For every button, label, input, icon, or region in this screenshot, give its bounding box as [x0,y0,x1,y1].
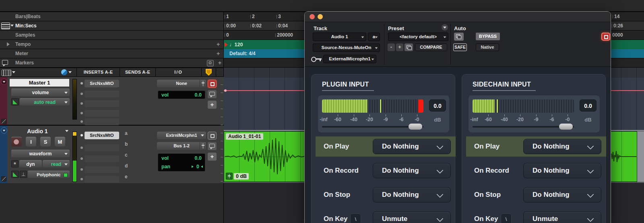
clip-effects-icon[interactable] [1,119,6,124]
sends-column-header[interactable]: SENDS A-E [120,68,155,76]
add-marker-button[interactable]: + [218,58,221,67]
on-stop-select[interactable]: Do Nothing [523,187,601,202]
chevron-down-icon[interactable] [12,71,15,73]
expand-arrow-icon[interactable] [7,42,10,46]
input-monitor-button[interactable]: I [26,137,36,147]
io-column-header[interactable]: I/O [156,68,201,76]
chevron-down-icon[interactable] [10,25,14,27]
keyboard-focus-icon[interactable] [206,69,212,76]
add-meter-event-button[interactable]: + [217,49,220,58]
keyboard-focus-cell[interactable] [202,68,216,76]
on-key-select[interactable]: Unmute [373,211,451,223]
gain-value-box[interactable]: 0.0 [580,99,597,112]
slider-handle[interactable] [409,124,422,130]
insert-slot[interactable] [85,91,119,97]
automation-enable-button[interactable] [454,33,464,41]
insert-slot[interactable] [85,176,119,183]
insert-slot[interactable] [85,166,119,173]
on-play-select[interactable]: Do Nothing [373,139,451,154]
clip-gain-badge[interactable]: 0 dB [226,173,249,180]
master-volume-display[interactable]: vol 0.0 [158,91,205,99]
audio-automation-mode-selector[interactable]: read [43,160,70,167]
previous-preset-button[interactable]: - [388,43,395,51]
on-stop-select[interactable]: Do Nothing [373,187,451,202]
ruler-bars-header[interactable]: Bars|Beats [0,12,224,21]
insert-slot-dot[interactable] [80,112,83,114]
ruler-label[interactable]: Samples [15,31,35,39]
on-play-select[interactable]: Do Nothing [523,139,601,154]
on-record-select[interactable]: Do Nothing [373,163,451,178]
clip-effects-icon[interactable] [1,176,6,182]
clip-gain-fader-icon[interactable] [226,173,233,180]
markers-list-icon[interactable] [2,60,8,65]
output-window-icon[interactable] [200,80,206,87]
master-comments-button[interactable] [208,90,217,98]
automation-enable-icon[interactable] [11,98,19,105]
output-window-icon[interactable] [200,142,206,150]
insert-position-selector[interactable]: a [368,33,380,41]
ruler-label[interactable]: Bars|Beats [15,12,41,21]
insert-slot[interactable] [85,110,119,117]
insert-slot-dot[interactable] [80,168,83,171]
plugin-format-button[interactable]: Native [476,43,499,51]
send-slot[interactable]: d [125,163,128,169]
master-track-collapse-button[interactable] [1,78,7,85]
ruler-label[interactable]: Tempo [15,40,31,49]
automation-safe-button[interactable]: SAFE [453,43,467,51]
audio-insert-a-button[interactable]: SrcNxsMtO [85,132,119,139]
plugin-track-selector[interactable]: Audio 1 [313,33,366,41]
ruler-label[interactable]: Meter [15,49,28,58]
key-shortcut-badge[interactable]: \ [350,213,361,223]
add-tempo-event-button[interactable]: + [217,40,220,49]
inserts-column-header[interactable]: INSERTS A-E [77,68,120,76]
on-record-select[interactable]: Do Nothing [523,163,601,178]
insert-slot-dot[interactable] [80,120,83,123]
edit-groups-icon[interactable] [61,69,67,75]
audio-track-name[interactable]: Audio 1 [10,127,65,135]
send-slot[interactable]: a [125,130,128,136]
gain-slider[interactable] [322,124,423,130]
plugin-selector[interactable]: Source-Nexus-MuteOn [313,43,380,52]
audio-window-target-button[interactable] [208,132,217,140]
elastic-audio-icon[interactable]: ⊥ [20,171,27,178]
compare-button[interactable]: COMPARE [415,43,447,51]
insert-slot-dot[interactable] [80,147,83,149]
snap-icon[interactable]: * [11,160,19,167]
track-list-view-icon[interactable] [2,70,11,76]
audio-track-collapse-button[interactable] [1,127,7,134]
master-track-header[interactable]: Master 1 volume auto read SrcNxsMtO None… [0,77,224,126]
mute-button[interactable]: M [55,137,65,147]
send-slot[interactable]: e [125,174,128,180]
automation-enable-icon[interactable] [11,171,19,178]
ruler-tempo-header[interactable]: Tempo + [0,40,224,49]
master-automation-mode-selector[interactable]: auto read [20,98,70,105]
master-window-target-button[interactable] [208,80,217,88]
insert-slot-dot[interactable] [80,93,83,95]
markers-target-button[interactable] [207,60,214,66]
audio-track-header[interactable]: Audio 1 I S M waveform * dyn read ⊥ Poly… [0,126,224,184]
preset-selector[interactable]: <factory default> [388,33,448,41]
chevron-down-icon[interactable] [65,130,68,132]
gain-slider[interactable] [473,124,574,130]
insert-slot[interactable] [85,155,119,162]
clip-name-tag[interactable]: Audio 1_01-01 [226,133,263,140]
minimize-window-icon[interactable] [318,14,323,19]
insert-slot[interactable] [85,100,119,107]
close-window-icon[interactable] [310,14,315,19]
insert-power-dot[interactable] [80,82,83,85]
next-preset-button[interactable]: + [396,43,403,51]
plugin-window-titlebar[interactable] [305,12,611,22]
master-track-name[interactable]: Master 1 [10,79,69,87]
master-output-selector[interactable]: None [157,80,206,87]
chevron-down-icon[interactable] [68,71,72,73]
audio-volume-pan-display[interactable]: vol 0.0 pan 0 [158,153,205,171]
ruler-label[interactable]: Markers [15,58,34,67]
audio-output-selector[interactable]: Bus 1-2 [157,142,206,150]
key-shortcut-badge[interactable]: \ [501,213,512,223]
ruler-minsecs-header[interactable]: Min:Secs [0,21,224,30]
solo-button[interactable]: S [40,137,51,147]
timebase-icon[interactable] [1,23,10,29]
bypass-button[interactable]: BYPASS [476,33,500,40]
audio-input-selector[interactable]: ExtrnlMcrphn1 [157,132,206,139]
audio-track-view-selector[interactable]: waveform [11,150,70,157]
